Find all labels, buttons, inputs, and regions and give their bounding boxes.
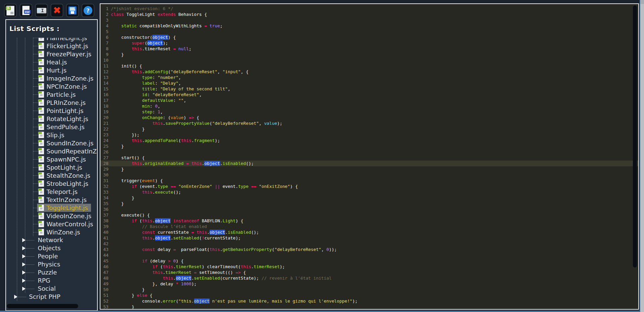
tree-item-sendpulse-js[interactable]: SendPulse.js [6,123,97,131]
code-line-33[interactable]: 33 this.execute(); [100,189,638,195]
tree-item-freezeplayer-js[interactable]: FreezePlayer.js [6,50,97,58]
tree-item-spawnnpc-js[interactable]: SpawnNPC.js [6,155,97,163]
code-line-19[interactable]: 19 step: 1, [100,109,638,115]
code-line-5[interactable]: 5 [100,29,638,34]
code-line-18[interactable]: 18 min: 0, [100,103,638,109]
tree-item-togglelight-js[interactable]: ToggleLight.js [6,204,97,212]
collapsed-arrow-icon[interactable] [22,279,26,283]
help-button[interactable]: ? [82,4,94,17]
tree-item-heal-js[interactable]: Heal.js [6,58,97,66]
code-line-29[interactable]: 29 } [100,166,638,172]
code-line-42[interactable]: 42 [100,241,638,247]
tree-item-pointlight-js[interactable]: PointLight.js [6,107,97,115]
new-php-script-button[interactable]: PHP [20,4,32,17]
code-line-20[interactable]: 20 onChange: (value) => { [100,115,638,120]
window-vertical-scrollbar[interactable] [640,0,644,312]
tree-item-plrinzone-js[interactable]: PLRInZone.js [6,98,97,107]
collapsed-arrow-icon[interactable] [22,246,26,250]
code-line-6[interactable]: 6 constructor(object) { [100,34,638,40]
tree-item-stealthzone-js[interactable]: StealthZone.js [6,171,97,179]
tree-item-physics[interactable]: Physics [6,260,97,268]
tree-item-textinzone-js[interactable]: TextInZone.js [6,196,97,204]
new-js-script-button[interactable]: JS [4,4,17,17]
code-line-10[interactable]: 10 [100,57,638,63]
code-line-45[interactable]: 45 if (delay > 0) { [100,258,638,264]
code-line-2[interactable]: 2class ToggleLight extends Behaviors { [100,11,638,17]
code-line-49[interactable]: 49 }, delay * 1000); [100,281,638,287]
code-line-16[interactable]: 16 id: "delayBeforeReset", [100,92,638,97]
tree-item-flamelight-js[interactable]: FlameLight.js [6,38,97,42]
tree-item-npcinzone-js[interactable]: NPCInZone.js [6,82,97,90]
tree-item-videoinzone-js[interactable]: VideoInZone.js [6,212,97,220]
code-line-8[interactable]: 8 this.timerReset = null; [100,46,638,52]
collapsed-arrow-icon[interactable] [22,271,26,275]
collapsed-arrow-icon[interactable] [22,238,26,242]
save-script-button[interactable] [66,4,79,17]
code-line-50[interactable]: 50 } [100,287,638,292]
code-line-47[interactable]: 47 this.timerReset = setTimeout(() => { [100,270,638,275]
tree-item-objects[interactable]: Objects [6,244,97,252]
code-line-46[interactable]: 46 if (this.timerReset) clearTimeout(thi… [100,264,638,270]
tree-item-rpg[interactable]: RPG [6,277,97,285]
tree-item-slip-js[interactable]: Slip.js [6,131,97,139]
code-line-23[interactable]: 23 }); [100,132,638,138]
tree-item-rotatelight-js[interactable]: RotateLight.js [6,115,97,123]
code-line-14[interactable]: 14 label: "Delay", [100,80,638,86]
tree-item-watercontrol-js[interactable]: WaterControl.js [6,220,97,228]
code-line-27[interactable]: 27 start() { [100,155,638,161]
tree-item-imageinzone-js[interactable]: ImageInZone.js [6,74,97,82]
code-line-26[interactable]: 26 [100,149,638,155]
tree-item-teleport-js[interactable]: Teleport.js [6,188,97,196]
code-line-11[interactable]: 11 init() { [100,63,638,69]
code-line-22[interactable]: 22 } [100,126,638,132]
code-line-25[interactable]: 25 } [100,143,638,149]
code-line-38[interactable]: 38 if (this.object instanceof BABYLON.Li… [100,218,638,224]
tree-item-soundinzone-js[interactable]: SoundInZone.js [6,139,97,147]
code-line-34[interactable]: 34 } [100,195,638,201]
tree-item-network[interactable]: Network [6,236,97,244]
collapsed-arrow-icon[interactable] [22,262,26,266]
collapsed-arrow-icon[interactable] [22,254,26,258]
code-line-21[interactable]: 21 this.savePropertyValue("delayBeforeRe… [100,120,638,126]
code-line-40[interactable]: 40 const currentState = this.object.isEn… [100,229,638,235]
code-line-43[interactable]: 43 const delay = parseFloat(this.getBeha… [100,247,638,252]
code-line-7[interactable]: 7 super(object); [100,40,638,46]
rename-script-button[interactable] [35,4,48,17]
tree-item-people[interactable]: People [6,252,97,260]
tree-item-hurt-js[interactable]: Hurt.js [6,66,97,74]
code-line-9[interactable]: 9 } [100,52,638,57]
tree-item-script-php[interactable]: Script PHP [6,293,97,301]
collapsed-arrow-icon[interactable] [14,295,18,299]
tree-item-particle-js[interactable]: Particle.js [6,90,97,98]
tree-item-social[interactable]: Social [6,285,97,293]
tree-item-flickerlight-js[interactable]: FlickerLight.js [6,42,97,50]
code-line-39[interactable]: 39 // Bascule l’état enabled [100,224,638,229]
delete-script-button[interactable]: ✖ [51,4,63,17]
tree-item-spotlight-js[interactable]: SpotLight.js [6,163,97,171]
code-line-1[interactable]: 1/*jshint esversion: 6 */ [100,6,638,11]
editor-vertical-scrollbar[interactable] [633,5,637,267]
code-line-36[interactable]: 36 [100,206,638,212]
code-editor[interactable]: 1/*jshint esversion: 6 */2class ToggleLi… [100,3,639,310]
code-line-52[interactable]: 52 console.error("this.object n'est pas … [100,298,638,304]
code-line-4[interactable]: 4 static compatibleOnlyWithLights = true… [100,23,638,29]
code-line-12[interactable]: 12 this.addConfig("delayBeforeReset", "i… [100,69,638,75]
code-line-37[interactable]: 37 execute() { [100,212,638,218]
code-line-30[interactable]: 30 [100,172,638,178]
code-line-31[interactable]: 31 trigger(event) { [100,178,638,183]
tree-item-puzzle[interactable]: Puzzle [6,268,97,277]
code-line-24[interactable]: 24 this.appendToPanel(this.fragment); [100,138,638,143]
code-line-48[interactable]: 48 this.object.setEnabled(currentState);… [100,275,638,281]
sidebar-horizontal-scrollbar[interactable] [7,304,78,308]
tree-item-soundrepeatinz[interactable]: SoundRepeatInZ [6,147,97,155]
code-line-51[interactable]: 51 } else { [100,292,638,298]
tree-item-winzone-js[interactable]: WinZone.js [6,228,97,236]
code-line-15[interactable]: 15 title: "Delay of the second tilt", [100,86,638,92]
code-line-53[interactable]: 53 } [100,304,638,310]
tree-item-strobelight-js[interactable]: StrobeLight.js [6,179,97,188]
code-line-41[interactable]: 41 this.object.setEnabled(!currentState)… [100,235,638,241]
code-line-13[interactable]: 13 type: "number", [100,75,638,80]
code-line-17[interactable]: 17 defaultValue: "", [100,97,638,103]
code-line-3[interactable]: 3 [100,17,638,23]
code-line-32[interactable]: 32 if (event.type == "onEnterZone" || ev… [100,183,638,189]
